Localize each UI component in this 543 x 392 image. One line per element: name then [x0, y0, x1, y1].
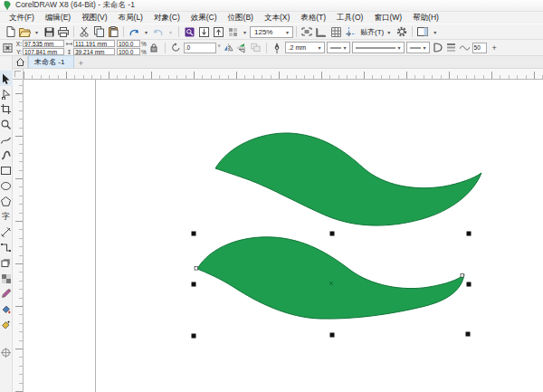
new-document-tab-button[interactable]: +: [74, 59, 87, 68]
x-position-field[interactable]: [23, 40, 64, 47]
color-eyedropper-tool[interactable]: [0, 286, 13, 301]
full-screen-preview-icon[interactable]: [300, 25, 314, 39]
open-icon[interactable]: [17, 25, 32, 39]
scale-x-field[interactable]: [117, 40, 140, 47]
pick-tool[interactable]: [0, 71, 13, 86]
crop-tool[interactable]: [0, 101, 13, 117]
selection-handle-top-left[interactable]: [192, 232, 196, 236]
vertical-ruler[interactable]: [13, 80, 24, 392]
zoom-tool[interactable]: [0, 117, 13, 132]
redo-dropdown-caret[interactable]: ▾: [166, 25, 176, 39]
document-tab-active[interactable]: 未命名 -1: [28, 55, 74, 68]
scale-factor-icon[interactable]: [250, 42, 262, 54]
outline-width-value: .2 mm: [289, 44, 306, 51]
upper-wave-leaf-shape[interactable]: [215, 133, 481, 225]
lock-ratio-icon[interactable]: [148, 42, 160, 54]
selection-handle-bottom-middle[interactable]: [330, 333, 335, 338]
dockers-icon[interactable]: [415, 25, 430, 39]
shape-tool[interactable]: [0, 86, 13, 101]
interactive-fill-tool[interactable]: [0, 301, 13, 317]
outline-width-select[interactable]: .2 mm ▾: [285, 42, 325, 53]
connector-tool[interactable]: [0, 240, 13, 255]
show-guidelines-icon[interactable]: [343, 25, 357, 39]
drop-shadow-tool[interactable]: [0, 255, 13, 271]
selection-handle-middle-left[interactable]: [192, 282, 196, 287]
undo-icon[interactable]: [127, 25, 141, 39]
welcome-home-icon[interactable]: [13, 55, 28, 68]
propbar-separator: [266, 43, 267, 53]
toolbar-separator: [412, 26, 413, 37]
application-launcher-icon[interactable]: [225, 25, 240, 39]
print-icon[interactable]: [56, 25, 71, 39]
scale-y-field[interactable]: [117, 48, 140, 55]
curve-node[interactable]: [461, 274, 464, 278]
object-height-field[interactable]: [73, 48, 115, 55]
launcher-dropdown-caret[interactable]: ▾: [240, 25, 250, 39]
mirror-vertical-icon[interactable]: [236, 42, 248, 54]
show-grid-icon[interactable]: [329, 25, 343, 39]
ellipse-tool[interactable]: [0, 178, 13, 194]
mirror-horizontal-icon[interactable]: [223, 42, 234, 54]
lower-wave-leaf-shape-selected[interactable]: [197, 237, 464, 319]
menu-text[interactable]: 文本(X): [259, 12, 295, 24]
undo-dropdown-caret[interactable]: ▾: [141, 25, 151, 39]
menu-help[interactable]: 帮助(H): [407, 12, 444, 24]
menu-file[interactable]: 文件(F): [4, 12, 40, 24]
menu-view[interactable]: 视图(V): [76, 12, 112, 24]
smart-fill-tool[interactable]: [0, 317, 13, 332]
fine-position-tool[interactable]: [0, 345, 13, 360]
transparency-tool[interactable]: [0, 271, 13, 286]
menu-tools[interactable]: 工具(O): [331, 12, 368, 24]
arrowhead-end-select[interactable]: ▾: [406, 42, 430, 53]
copy-icon[interactable]: [91, 25, 106, 39]
paste-icon[interactable]: [106, 25, 120, 39]
arrowhead-start-select[interactable]: ▾: [327, 42, 350, 53]
menu-effects[interactable]: 效果(C): [186, 12, 223, 24]
open-dropdown-caret[interactable]: ▾: [32, 25, 42, 39]
wrap-paragraph-text-icon[interactable]: [432, 42, 443, 54]
show-rulers-icon[interactable]: [314, 25, 329, 39]
import-icon[interactable]: [196, 25, 211, 39]
search-content-icon[interactable]: [182, 25, 196, 39]
smoothing-field[interactable]: [472, 43, 487, 53]
object-properties-icon[interactable]: [445, 42, 457, 54]
y-position-field[interactable]: [23, 48, 64, 55]
new-document-icon[interactable]: [3, 25, 17, 39]
scale-fields: % %: [117, 40, 147, 55]
propbar-separator: [165, 43, 166, 53]
selection-handle-middle-right[interactable]: [467, 282, 472, 287]
selection-handle-bottom-right[interactable]: [466, 332, 471, 337]
rotation-angle-field[interactable]: [184, 43, 216, 53]
add-button[interactable]: +: [489, 42, 500, 54]
cut-icon[interactable]: [77, 25, 91, 39]
selection-handle-top-right[interactable]: [467, 232, 472, 236]
menu-layout[interactable]: 布局(L): [113, 12, 148, 24]
dockers-dropdown-caret[interactable]: ▾: [430, 25, 440, 39]
menu-window[interactable]: 窗口(W): [368, 12, 407, 24]
redo-icon[interactable]: [151, 25, 166, 39]
curve-node[interactable]: [195, 267, 198, 271]
menu-bitmaps[interactable]: 位图(B): [223, 12, 259, 24]
snap-to-button[interactable]: 贴齐(T) ▾: [357, 27, 395, 37]
rectangle-tool[interactable]: [0, 163, 13, 178]
ruler-origin-corner[interactable]: [13, 69, 24, 80]
horizontal-ruler[interactable]: [24, 69, 543, 80]
parallel-dimension-tool[interactable]: [0, 225, 13, 240]
artistic-media-tool[interactable]: [0, 148, 13, 163]
drawing-canvas[interactable]: [24, 80, 543, 392]
text-tool[interactable]: 字: [0, 209, 13, 225]
object-width-field[interactable]: [73, 40, 115, 47]
save-icon[interactable]: [42, 25, 56, 39]
options-gear-icon[interactable]: [395, 25, 409, 39]
export-icon[interactable]: [211, 25, 225, 39]
zoom-level-select[interactable]: 125% ▾: [250, 26, 293, 38]
x-label: X:: [15, 41, 22, 47]
menu-table[interactable]: 表格(T): [295, 12, 331, 24]
menu-edit[interactable]: 编辑(E): [40, 12, 76, 24]
line-style-select[interactable]: ▾: [352, 42, 405, 53]
selection-handle-bottom-left[interactable]: [192, 334, 196, 339]
selection-handle-top-middle[interactable]: [330, 232, 335, 236]
freehand-tool[interactable]: [0, 132, 13, 148]
menu-object[interactable]: 对象(C): [148, 12, 186, 24]
polygon-tool[interactable]: [0, 194, 13, 209]
